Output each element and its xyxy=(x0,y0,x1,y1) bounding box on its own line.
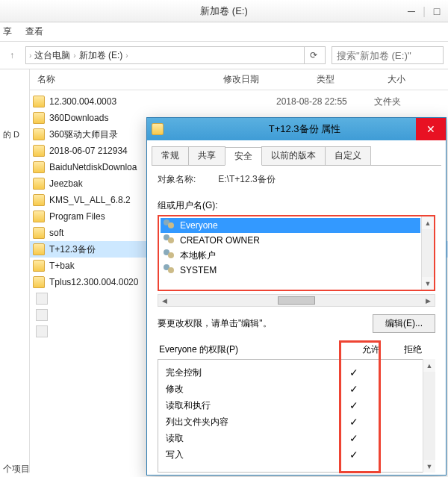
nav-up-icon[interactable]: ↑ xyxy=(4,48,19,63)
folder-icon xyxy=(33,178,45,190)
folder-icon xyxy=(33,276,45,288)
users-icon xyxy=(164,264,175,276)
group-name: CREATOR OWNER xyxy=(180,235,260,246)
permissions-list: 完全控制 ✓ 修改 ✓ 读取和执行 ✓ 列出文件夹内容 ✓ 读取 ✓ 写入 ✓ … xyxy=(158,359,435,473)
permission-row: 列出文件夹内容 ✓ xyxy=(166,414,417,430)
search-input[interactable] xyxy=(332,46,444,64)
window-controls: ─ | □ xyxy=(400,0,448,22)
folder-icon xyxy=(33,227,45,239)
groups-label: 组或用户名(G): xyxy=(158,199,435,212)
allow-check: ✓ xyxy=(333,367,375,378)
allow-check: ✓ xyxy=(333,416,375,428)
tab-previous[interactable]: 以前的版本 xyxy=(261,146,326,165)
file-icon xyxy=(36,325,48,337)
allow-check: ✓ xyxy=(333,449,375,461)
dialog-title: T+12.3备份 属性 xyxy=(168,122,441,136)
tab-general[interactable]: 常规 xyxy=(152,146,189,165)
deny-header: 拒绝 xyxy=(392,343,434,356)
permission-name: 修改 xyxy=(166,383,333,396)
edit-button[interactable]: 编辑(E)... xyxy=(373,314,435,333)
groups-list: EveryoneCREATOR OWNER本地帐户SYSTEM ▲ ▼ xyxy=(158,215,435,291)
ribbon-share-tab[interactable]: 享 xyxy=(3,25,12,38)
address-bar-row: ↑ › 这台电脑 › 新加卷 (E:) › ⟳ xyxy=(0,42,448,69)
object-name-row: 对象名称: E:\T+12.3备份 xyxy=(158,173,435,186)
permission-name: 读取和执行 xyxy=(166,399,333,412)
allow-check: ✓ xyxy=(333,432,375,444)
permissions-header: Everyone 的权限(P) 允许 拒绝 xyxy=(158,343,435,359)
permission-name: 完全控制 xyxy=(166,367,333,379)
scroll-down-icon[interactable]: ▼ xyxy=(423,460,435,473)
chevron-right-icon: › xyxy=(125,52,128,60)
file-icon xyxy=(36,293,48,305)
scrollbar-vertical[interactable]: ▲ ▼ xyxy=(421,216,434,290)
file-label: 12.300.004.0003 xyxy=(49,96,272,107)
minimize-button[interactable]: ─ xyxy=(400,5,423,17)
users-icon xyxy=(164,219,175,231)
sidebar-label: 的 D xyxy=(3,129,26,140)
users-icon xyxy=(164,234,175,246)
users-icon xyxy=(164,249,175,261)
tab-share[interactable]: 共享 xyxy=(188,146,225,165)
permission-row: 写入 ✓ xyxy=(166,446,417,463)
status-bar: 个项目 xyxy=(3,463,30,476)
group-item[interactable]: SYSTEM xyxy=(161,263,420,278)
permission-row: 修改 ✓ xyxy=(166,381,417,397)
list-item[interactable]: 12.300.004.0003 2018-08-28 22:55 文件夹 xyxy=(30,93,448,110)
tab-content: 对象名称: E:\T+12.3备份 组或用户名(G): EveryoneCREA… xyxy=(147,166,446,477)
folder-icon xyxy=(33,161,45,173)
folder-icon xyxy=(33,96,45,107)
close-button[interactable]: ✕ xyxy=(416,118,446,140)
scroll-left-icon[interactable]: ◀ xyxy=(158,297,171,305)
permission-row: 完全控制 ✓ xyxy=(166,364,417,381)
scroll-down-icon[interactable]: ▼ xyxy=(422,277,434,290)
edit-hint: 要更改权限，请单击"编辑"。 xyxy=(158,317,272,330)
folder-icon xyxy=(33,243,45,255)
folder-icon xyxy=(33,211,45,222)
tab-custom[interactable]: 自定义 xyxy=(325,146,371,165)
group-item[interactable]: 本地帐户 xyxy=(161,248,420,263)
scroll-up-icon[interactable]: ▲ xyxy=(423,359,435,372)
col-size[interactable]: 大小 xyxy=(388,73,432,86)
window-title: 新加卷 (E:) xyxy=(0,4,448,18)
ribbon-tabs: 享 查看 xyxy=(0,22,448,42)
allow-header: 允许 xyxy=(350,343,392,356)
maximize-button[interactable]: □ xyxy=(426,5,448,17)
chevron-right-icon: › xyxy=(29,52,31,60)
chevron-right-icon: › xyxy=(73,52,75,60)
folder-icon xyxy=(33,128,45,140)
permission-row: 读取和执行 ✓ xyxy=(166,397,417,414)
tabs-row: 常规 共享 安全 以前的版本 自定义 xyxy=(152,146,441,166)
breadcrumb[interactable]: › 这台电脑 › 新加卷 (E:) › ⟳ xyxy=(25,46,326,64)
col-type[interactable]: 类型 xyxy=(317,73,388,86)
refresh-icon[interactable]: ⟳ xyxy=(304,47,322,63)
scrollbar-horizontal[interactable]: ◀ ▶ xyxy=(158,294,435,307)
nav-pane: 的 D xyxy=(0,69,30,473)
permission-name: 读取 xyxy=(166,432,333,445)
group-name: 本地帐户 xyxy=(180,249,216,262)
explorer-titlebar[interactable]: 新加卷 (E:) ─ | □ xyxy=(0,0,448,22)
folder-icon xyxy=(33,145,45,157)
scroll-right-icon[interactable]: ▶ xyxy=(422,297,435,305)
folder-icon xyxy=(33,194,45,206)
col-name[interactable]: 名称 xyxy=(33,73,223,86)
file-date: 2018-08-28 22:55 xyxy=(276,96,370,107)
object-name-label: 对象名称: xyxy=(158,173,196,186)
folder-icon xyxy=(152,123,164,135)
group-name: SYSTEM xyxy=(180,265,217,275)
group-item[interactable]: CREATOR OWNER xyxy=(161,233,420,248)
group-name: Everyone xyxy=(180,220,218,231)
column-headers: 名称 修改日期 类型 大小 xyxy=(30,69,448,90)
dialog-titlebar[interactable]: T+12.3备份 属性 ✕ xyxy=(147,118,446,140)
ribbon-view-tab[interactable]: 查看 xyxy=(25,25,43,38)
allow-check: ✓ xyxy=(333,383,375,395)
col-modified[interactable]: 修改日期 xyxy=(223,73,317,86)
object-name-value: E:\T+12.3备份 xyxy=(218,173,275,186)
tab-security[interactable]: 安全 xyxy=(225,147,262,166)
scroll-thumb[interactable] xyxy=(278,296,315,305)
scroll-up-icon[interactable]: ▲ xyxy=(422,216,434,229)
breadcrumb-pc[interactable]: 这台电脑 xyxy=(34,49,70,62)
breadcrumb-volume[interactable]: 新加卷 (E:) xyxy=(79,49,123,62)
scrollbar-vertical[interactable]: ▲ ▼ xyxy=(423,359,435,473)
group-item[interactable]: Everyone xyxy=(161,218,420,233)
allow-check: ✓ xyxy=(333,399,375,411)
